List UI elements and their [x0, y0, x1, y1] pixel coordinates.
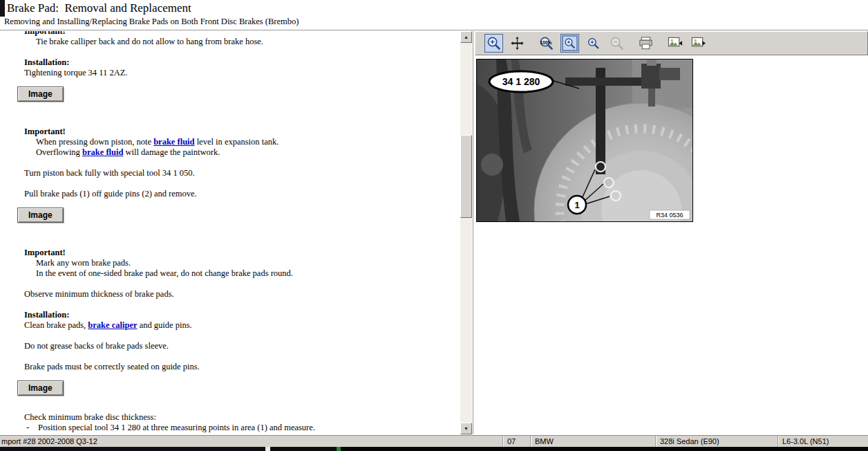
zoom-fit-button[interactable] — [560, 34, 579, 53]
doc-paragraph: When pressing down piston, note brake fl… — [24, 137, 446, 147]
zoom-100-button[interactable]: 100% — [537, 34, 556, 53]
status-make: BMW — [530, 436, 655, 447]
taskbar-segment — [337, 447, 341, 451]
image-button[interactable]: Image — [17, 208, 64, 223]
previous-image-button[interactable] — [666, 34, 684, 53]
pan-tool-button[interactable] — [508, 34, 527, 53]
doc-paragraph: Clean brake pads, brake caliper and guid… — [24, 320, 446, 331]
figure-ref-label: R34 0536 — [656, 212, 683, 219]
brake-disc-photo[interactable]: 1 34 1 280 R34 0536 — [476, 59, 693, 222]
next-image-button[interactable] — [689, 34, 708, 53]
doc-paragraph: Observe minimum thickness of brake pads. — [24, 289, 446, 300]
brake-disc-illustration: 1 34 1 280 R34 0536 — [477, 59, 692, 221]
doc-heading: Installation: — [24, 57, 446, 68]
doc-heading: Installation: — [24, 310, 446, 320]
zoom-out-button — [607, 34, 626, 53]
taskbar[interactable] — [0, 447, 868, 451]
doc-paragraph: Turn piston back fully with special tool… — [24, 168, 446, 178]
doc-heading: Important! — [24, 248, 446, 258]
previous-image-icon — [667, 35, 683, 51]
scrollbar-track[interactable]: ▲ ▼ — [460, 31, 472, 434]
image-button-row: Image — [24, 208, 446, 223]
doc-paragraph: Mark any worn brake pads. — [24, 258, 446, 268]
doc-list-item: Position special tool 34 1 280 at three … — [24, 423, 446, 433]
image-viewer-panel: 100% — [473, 31, 868, 434]
brake-fluid-link[interactable]: brake fluid — [82, 147, 123, 157]
corner-block — [0, 0, 5, 17]
zoom-100-icon: 100% — [538, 35, 554, 51]
brake-fluid-link[interactable]: brake fluid — [153, 137, 194, 147]
image-viewer-toolbar: 100% — [475, 31, 868, 55]
zoom-out-icon — [609, 35, 625, 51]
scrollbar-thumb[interactable] — [460, 135, 472, 218]
doc-paragraph: In the event of one-sided brake pad wear… — [24, 268, 446, 279]
scrollbar-up-button[interactable]: ▲ — [460, 31, 472, 43]
brake-caliper-link[interactable]: brake caliper — [88, 320, 137, 330]
doc-list-item: Gauge measurement result and compare wit… — [24, 433, 446, 434]
image-button[interactable]: Image — [17, 86, 64, 102]
pan-tool-icon — [509, 35, 525, 51]
service-manual-window: Brake Pad: Removal and Replacement Remov… — [0, 0, 868, 451]
tool-number-label: 34 1 280 — [502, 76, 540, 87]
doc-paragraph: Do not grease backs of brake pads sleeve… — [24, 341, 446, 351]
image-button-row: Image — [24, 86, 446, 102]
page-subtitle: Removing and Installing/Replacing Brake … — [4, 17, 299, 27]
doc-paragraph: Tie brake calliper back and do not allow… — [24, 37, 446, 47]
page-title: Brake Pad: Removal and Replacement — [7, 1, 191, 15]
doc-paragraph: Pull brake pads (1) off guide pins (2) a… — [24, 189, 446, 199]
svg-text:100%: 100% — [540, 40, 551, 45]
doc-paragraph: Check minimum brake disc thickness: — [24, 412, 446, 423]
scrollbar-down-button[interactable]: ▼ — [460, 423, 472, 434]
taskbar-segment — [270, 447, 337, 451]
next-image-icon — [690, 35, 706, 51]
print-icon — [638, 35, 654, 51]
doc-paragraph: Overflowing brake fluid will damage the … — [24, 147, 446, 158]
status-source: mport #28 2002-2008 Q3-12 — [0, 436, 502, 447]
status-bar: mport #28 2002-2008 Q3-1207BMW328i Sedan… — [0, 435, 868, 447]
zoom-in-button[interactable] — [584, 34, 603, 53]
zoom-in-icon — [585, 35, 601, 51]
taskbar-segment — [0, 447, 265, 451]
status-group: 07 — [502, 436, 530, 447]
doc-paragraph: Brake pads must be correctly seated on g… — [24, 362, 446, 372]
article-header: Brake Pad: Removal and Replacement Remov… — [0, 0, 868, 30]
doc-heading: Important! — [24, 31, 446, 37]
status-engine: L6-3.0L (N51) — [777, 436, 868, 447]
print-button[interactable] — [636, 34, 655, 53]
zoom-fit-icon — [562, 35, 578, 51]
image-button[interactable]: Image — [17, 380, 64, 396]
zoom-in-tool-icon — [486, 35, 502, 51]
document-content: Important!Tie brake calliper back and do… — [0, 31, 460, 434]
doc-heading: Important! — [24, 127, 446, 137]
taskbar-segment — [265, 447, 270, 451]
image-button-row: Image — [24, 380, 446, 396]
status-model: 328i Sedan (E90) — [655, 436, 777, 447]
callout-number: 1 — [574, 200, 579, 210]
doc-paragraph: Tightening torque 34 11 2AZ. — [24, 68, 446, 78]
zoom-in-tool-button[interactable] — [484, 34, 503, 53]
